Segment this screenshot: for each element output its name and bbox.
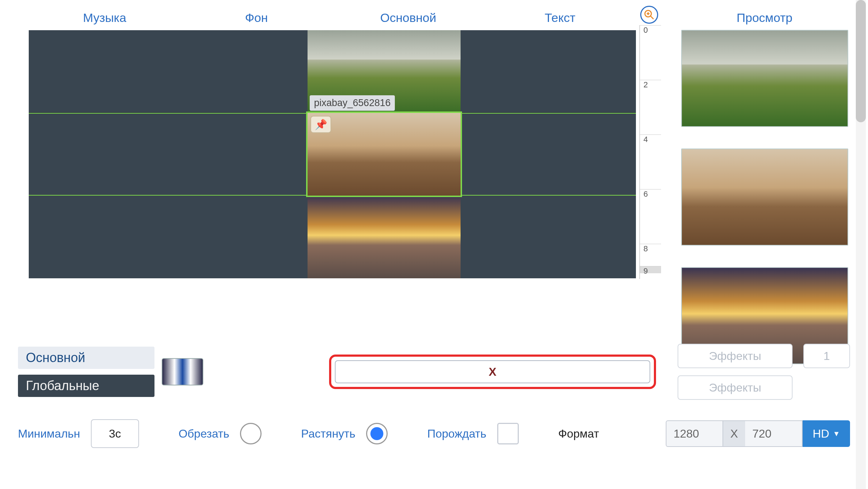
- x-button-highlight: X: [329, 355, 656, 389]
- scrollbar-thumb[interactable]: [856, 0, 866, 122]
- pin-icon[interactable]: 📌: [310, 116, 331, 133]
- timeline-row: [29, 196, 636, 278]
- timeline-row: 📌: [29, 113, 636, 196]
- ruler-tick: 0: [640, 25, 661, 35]
- clip-label: pixabay_6562816: [310, 95, 395, 111]
- tab-bg[interactable]: Фон: [181, 6, 333, 30]
- format-height[interactable]: 720: [745, 420, 803, 447]
- clip[interactable]: pixabay_6562816: [308, 30, 461, 113]
- min-duration-input[interactable]: [91, 419, 139, 448]
- crop-radio[interactable]: [240, 423, 262, 444]
- track-tabs: Музыка Фон Основной Текст: [29, 6, 636, 30]
- settings-tab-main[interactable]: Основной: [18, 347, 154, 369]
- butterfly-thumbnail[interactable]: [162, 358, 203, 385]
- clip-selected[interactable]: 📌: [308, 113, 461, 196]
- tab-music[interactable]: Музыка: [29, 6, 181, 30]
- format-separator: X: [723, 420, 745, 447]
- ruler-tick: 6: [640, 189, 661, 199]
- ruler-tick: 8: [640, 244, 661, 253]
- timeline[interactable]: pixabay_6562816 📌: [29, 30, 636, 278]
- ruler-tick: 2: [640, 80, 661, 90]
- ruler-tick: 4: [640, 134, 661, 144]
- effects-count: 1: [803, 344, 850, 368]
- tab-text[interactable]: Текст: [484, 6, 636, 30]
- min-label: Минимальн: [18, 427, 80, 440]
- effects-button-2[interactable]: Эффекты: [678, 375, 793, 400]
- format-label: Формат: [558, 427, 599, 440]
- effects-button[interactable]: Эффекты: [678, 344, 793, 368]
- time-ruler[interactable]: 0 2 4 6 8 9: [640, 25, 661, 279]
- stretch-radio[interactable]: [366, 423, 388, 444]
- clip[interactable]: [308, 196, 461, 278]
- timeline-row: pixabay_6562816: [29, 30, 636, 113]
- spawn-checkbox[interactable]: [497, 423, 519, 444]
- ruler-tick: 9: [640, 266, 661, 273]
- spawn-label: Порождать: [427, 427, 486, 440]
- svg-line-14: [651, 16, 654, 19]
- format-width[interactable]: 1280: [666, 420, 723, 447]
- preview-title: Просмотр: [737, 6, 792, 30]
- settings-tab-global[interactable]: Глобальные: [18, 375, 154, 397]
- stretch-label: Растянуть: [301, 427, 355, 440]
- format-group: 1280 X 720 HD▼: [666, 420, 850, 447]
- ruler-column: 0 2 4 6 8 9: [640, 6, 661, 279]
- preview-thumb[interactable]: [681, 30, 848, 127]
- zoom-in-icon[interactable]: [640, 6, 658, 24]
- vertical-scrollbar[interactable]: [856, 0, 866, 489]
- format-preset-dropdown[interactable]: HD▼: [803, 420, 850, 447]
- close-x-button[interactable]: X: [335, 360, 650, 383]
- preview-thumb[interactable]: [681, 148, 848, 246]
- crop-label: Обрезать: [179, 427, 229, 440]
- tab-main[interactable]: Основной: [332, 6, 484, 30]
